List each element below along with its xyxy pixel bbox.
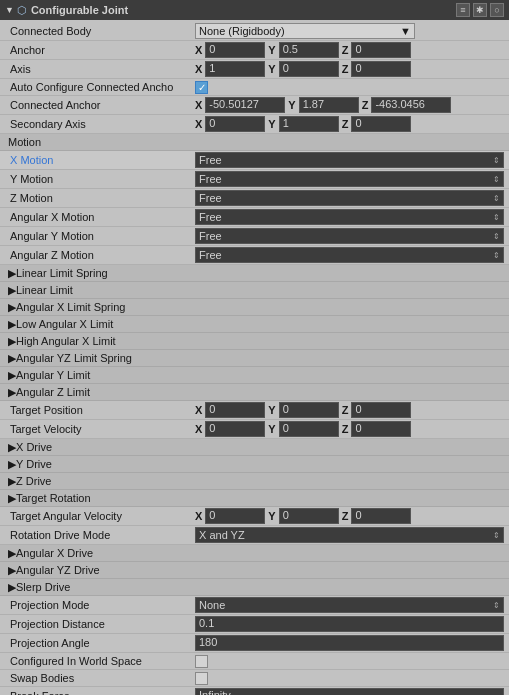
- projection-angle-row: Projection Angle 180: [0, 634, 509, 653]
- linear-limit-spring-tri[interactable]: ▶: [8, 267, 16, 280]
- angular-x-limit-spring-label: ▶ Angular X Limit Spring: [8, 301, 125, 314]
- angular-x-motion-dd-arrow: ⇕: [493, 213, 500, 222]
- target-rotation-label: ▶ Target Rotation: [8, 492, 91, 505]
- angular-y-limit-row: ▶ Angular Y Limit: [0, 367, 509, 384]
- auto-configure-checkbox[interactable]: [195, 81, 208, 94]
- x-motion-dropdown[interactable]: Free ⇕: [195, 152, 504, 168]
- axis-value-area: X 1 Y 0 Z 0: [195, 61, 504, 77]
- break-force-value-area: Infinity: [195, 688, 504, 695]
- anchor-y-input[interactable]: 0.5: [279, 42, 339, 58]
- low-angular-x-limit-row: ▶ Low Angular X Limit: [0, 316, 509, 333]
- angular-x-drive-tri[interactable]: ▶: [8, 547, 16, 560]
- y-motion-dropdown[interactable]: Free ⇕: [195, 171, 504, 187]
- connected-body-dropdown[interactable]: None (Rigidbody) ▼: [195, 23, 415, 39]
- menu-icon[interactable]: ≡: [456, 3, 470, 17]
- connected-body-label: Connected Body: [10, 25, 195, 37]
- angular-z-limit-tri[interactable]: ▶: [8, 386, 16, 399]
- rotation-drive-mode-dropdown[interactable]: X and YZ ⇕: [195, 527, 504, 543]
- angular-yz-limit-spring-text: Angular YZ Limit Spring: [16, 352, 132, 364]
- linear-limit-spring-text: Linear Limit Spring: [16, 267, 108, 279]
- low-angular-x-limit-tri[interactable]: ▶: [8, 318, 16, 331]
- angular-yz-limit-spring-tri[interactable]: ▶: [8, 352, 16, 365]
- angular-x-motion-dropdown-value: Free: [199, 211, 222, 223]
- z-motion-row: Z Motion Free ⇕: [0, 189, 509, 208]
- angular-yz-drive-label: ▶ Angular YZ Drive: [8, 564, 100, 577]
- swap-bodies-checkbox[interactable]: [195, 672, 208, 685]
- component-icon: ⬡: [17, 4, 27, 17]
- tav-z-input[interactable]: 0: [351, 508, 411, 524]
- angular-y-motion-dropdown[interactable]: Free ⇕: [195, 228, 504, 244]
- slerp-drive-tri[interactable]: ▶: [8, 581, 16, 594]
- axis-x-input[interactable]: 1: [205, 61, 265, 77]
- configured-in-world-space-checkbox[interactable]: [195, 655, 208, 668]
- tv-y-input[interactable]: 0: [279, 421, 339, 437]
- projection-angle-input[interactable]: 180: [195, 635, 504, 651]
- motion-section-label: Motion: [8, 136, 41, 148]
- projection-mode-dropdown[interactable]: None ⇕: [195, 597, 504, 613]
- connected-body-value-area: None (Rigidbody) ▼: [195, 23, 504, 39]
- target-angular-velocity-row: Target Angular Velocity X 0 Y 0 Z 0: [0, 507, 509, 526]
- configured-in-world-space-row: Configured In World Space: [0, 653, 509, 670]
- tav-xyz: X 0 Y 0 Z 0: [195, 508, 504, 524]
- z-motion-dropdown[interactable]: Free ⇕: [195, 190, 504, 206]
- sa-z-input[interactable]: 0: [351, 116, 411, 132]
- break-force-input[interactable]: Infinity: [195, 688, 504, 695]
- angular-yz-drive-tri[interactable]: ▶: [8, 564, 16, 577]
- angular-y-motion-dropdown-value: Free: [199, 230, 222, 242]
- x-motion-dropdown-value: Free: [199, 154, 222, 166]
- axis-z-label: Z: [342, 63, 349, 75]
- slerp-drive-label: ▶ Slerp Drive: [8, 581, 70, 594]
- tp-y-input[interactable]: 0: [279, 402, 339, 418]
- angular-x-motion-row: Angular X Motion Free ⇕: [0, 208, 509, 227]
- projection-mode-dd-arrow: ⇕: [493, 601, 500, 610]
- settings-icon[interactable]: ✱: [473, 3, 487, 17]
- target-rotation-row: ▶ Target Rotation: [0, 490, 509, 507]
- axis-z-input[interactable]: 0: [351, 61, 411, 77]
- sa-x-input[interactable]: 0: [205, 116, 265, 132]
- linear-limit-tri[interactable]: ▶: [8, 284, 16, 297]
- tv-x-input[interactable]: 0: [205, 421, 265, 437]
- tv-z-input[interactable]: 0: [351, 421, 411, 437]
- configured-in-world-space-label: Configured In World Space: [10, 655, 195, 667]
- angular-x-motion-value-area: Free ⇕: [195, 209, 504, 225]
- angular-z-motion-dropdown[interactable]: Free ⇕: [195, 247, 504, 263]
- anchor-z-input[interactable]: 0: [351, 42, 411, 58]
- high-angular-x-limit-tri[interactable]: ▶: [8, 335, 16, 348]
- anchor-x-label: X: [195, 44, 202, 56]
- projection-distance-input[interactable]: 0.1: [195, 616, 504, 632]
- z-drive-tri[interactable]: ▶: [8, 475, 16, 488]
- ca-y-input[interactable]: 1.87: [299, 97, 359, 113]
- projection-distance-label: Projection Distance: [10, 618, 195, 630]
- ca-z-input[interactable]: -463.0456: [371, 97, 451, 113]
- angular-y-limit-tri[interactable]: ▶: [8, 369, 16, 382]
- swap-bodies-row: Swap Bodies: [0, 670, 509, 687]
- tav-x-input[interactable]: 0: [205, 508, 265, 524]
- tp-z-input[interactable]: 0: [351, 402, 411, 418]
- angular-x-limit-spring-text: Angular X Limit Spring: [16, 301, 125, 313]
- angular-yz-drive-text: Angular YZ Drive: [16, 564, 100, 576]
- tav-y-input[interactable]: 0: [279, 508, 339, 524]
- x-motion-dd-arrow: ⇕: [493, 156, 500, 165]
- expand-icon[interactable]: ▼: [5, 5, 14, 15]
- target-rotation-tri[interactable]: ▶: [8, 492, 16, 505]
- secondary-axis-row: Secondary Axis X 0 Y 1 Z 0: [0, 115, 509, 134]
- connected-anchor-xyz: X -50.50127 Y 1.87 Z -463.0456: [195, 97, 504, 113]
- angular-x-motion-dropdown[interactable]: Free ⇕: [195, 209, 504, 225]
- sa-y-input[interactable]: 1: [279, 116, 339, 132]
- sa-z-label: Z: [342, 118, 349, 130]
- high-angular-x-limit-text: High Angular X Limit: [16, 335, 116, 347]
- angular-x-limit-spring-tri[interactable]: ▶: [8, 301, 16, 314]
- axis-y-input[interactable]: 0: [279, 61, 339, 77]
- angular-yz-limit-spring-label: ▶ Angular YZ Limit Spring: [8, 352, 132, 365]
- tp-x-input[interactable]: 0: [205, 402, 265, 418]
- swap-bodies-value-area: [195, 672, 504, 685]
- x-drive-tri[interactable]: ▶: [8, 441, 16, 454]
- ca-x-input[interactable]: -50.50127: [205, 97, 285, 113]
- anchor-x-input[interactable]: 0: [205, 42, 265, 58]
- help-icon[interactable]: ○: [490, 3, 504, 17]
- target-position-value-area: X 0 Y 0 Z 0: [195, 402, 504, 418]
- tp-y-label: Y: [268, 404, 275, 416]
- y-drive-tri[interactable]: ▶: [8, 458, 16, 471]
- connected-anchor-row: Connected Anchor X -50.50127 Y 1.87 Z -4…: [0, 96, 509, 115]
- high-angular-x-limit-label: ▶ High Angular X Limit: [8, 335, 116, 348]
